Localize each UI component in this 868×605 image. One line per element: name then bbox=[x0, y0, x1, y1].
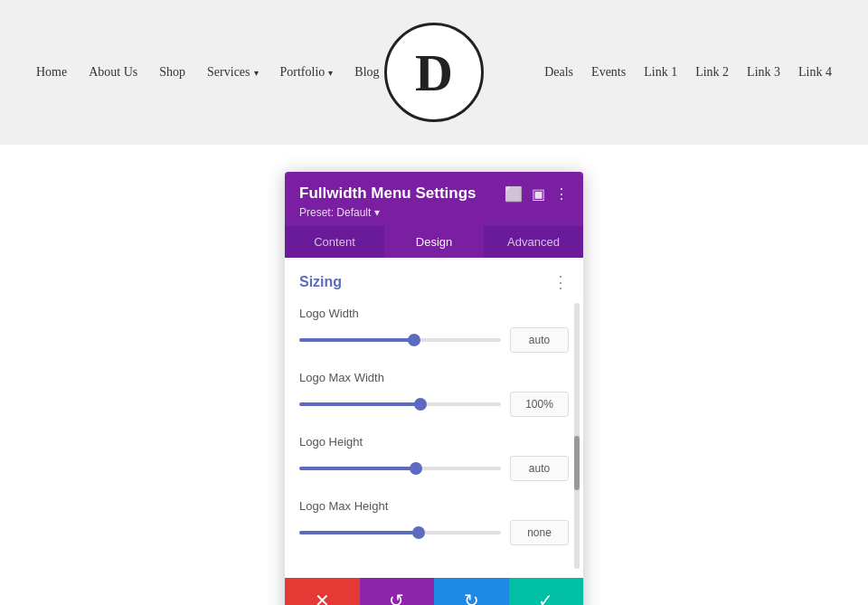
logo-max-height-field: Logo Max Height bbox=[299, 499, 569, 545]
logo-max-width-input[interactable] bbox=[510, 392, 569, 417]
logo-height-field: Logo Height bbox=[299, 435, 569, 481]
nav-item-events[interactable]: Events bbox=[591, 65, 626, 80]
panel-expand-icon[interactable]: ⬜ bbox=[505, 185, 523, 203]
logo-max-width-fill bbox=[299, 402, 420, 406]
scroll-thumb[interactable] bbox=[574, 436, 580, 490]
tab-advanced[interactable]: Advanced bbox=[484, 226, 583, 258]
nav-item-services[interactable]: Services ▾ bbox=[207, 65, 258, 80]
undo-icon: ↺ bbox=[389, 590, 404, 605]
logo-max-width-label: Logo Max Width bbox=[299, 371, 569, 384]
section-title: Sizing bbox=[299, 274, 342, 290]
logo-height-row bbox=[299, 456, 569, 481]
settings-panel: Fullwidth Menu Settings ⬜ ▣ ⋮ Preset: De… bbox=[285, 172, 583, 605]
logo-width-field: Logo Width bbox=[299, 307, 569, 353]
logo-max-height-slider[interactable] bbox=[299, 531, 501, 534]
logo-width-row bbox=[299, 327, 569, 353]
logo-width-input[interactable] bbox=[510, 327, 569, 353]
panel-title: Fullwidth Menu Settings bbox=[299, 184, 476, 203]
panel-columns-icon[interactable]: ▣ bbox=[532, 185, 545, 203]
panel-body: Sizing ⋮ Logo Width Logo Max Width bbox=[285, 258, 583, 578]
redo-button[interactable]: ↻ bbox=[434, 578, 509, 605]
logo-max-height-label: Logo Max Height bbox=[299, 499, 569, 513]
logo-max-height-thumb[interactable] bbox=[412, 526, 425, 539]
nav-right: Deals Events Link 1 Link 2 Link 3 Link 4 bbox=[434, 65, 832, 80]
tab-design[interactable]: Design bbox=[384, 226, 484, 258]
logo-height-input[interactable] bbox=[510, 456, 569, 481]
logo-width-thumb[interactable] bbox=[408, 334, 420, 346]
scroll-track bbox=[574, 303, 580, 569]
services-arrow-icon: ▾ bbox=[254, 68, 259, 78]
logo-max-height-input[interactable] bbox=[510, 520, 569, 545]
logo-max-width-slider[interactable] bbox=[299, 402, 501, 406]
nav-item-link2[interactable]: Link 2 bbox=[695, 65, 729, 80]
nav-item-portfolio[interactable]: Portfolio ▾ bbox=[280, 65, 334, 80]
nav-item-link4[interactable]: Link 4 bbox=[798, 65, 832, 80]
logo-height-thumb[interactable] bbox=[410, 462, 422, 475]
portfolio-arrow-icon: ▾ bbox=[328, 68, 333, 78]
logo-max-width-thumb[interactable] bbox=[414, 398, 427, 411]
section-menu-icon[interactable]: ⋮ bbox=[552, 272, 569, 292]
panel-tabs: Content Design Advanced bbox=[285, 226, 583, 258]
section-title-row: Sizing ⋮ bbox=[299, 272, 569, 292]
save-button[interactable]: ✓ bbox=[509, 578, 584, 605]
redo-icon: ↻ bbox=[464, 590, 479, 605]
nav-item-deals[interactable]: Deals bbox=[544, 65, 573, 80]
nav-item-blog[interactable]: Blog bbox=[354, 65, 379, 80]
undo-button[interactable]: ↺ bbox=[360, 578, 435, 605]
logo-max-width-row bbox=[299, 392, 569, 417]
panel-header: Fullwidth Menu Settings ⬜ ▣ ⋮ Preset: De… bbox=[285, 172, 583, 226]
cancel-button[interactable]: ✕ bbox=[285, 578, 360, 605]
logo: D bbox=[384, 23, 484, 122]
nav-item-link1[interactable]: Link 1 bbox=[644, 65, 677, 80]
nav-item-about[interactable]: About Us bbox=[89, 65, 137, 80]
save-icon: ✓ bbox=[538, 590, 553, 605]
cancel-icon: ✕ bbox=[315, 590, 330, 605]
logo-width-label: Logo Width bbox=[299, 307, 569, 320]
nav-item-home[interactable]: Home bbox=[36, 65, 67, 80]
nav-left: Home About Us Shop Services ▾ Portfolio … bbox=[36, 65, 434, 80]
logo-height-slider[interactable] bbox=[299, 467, 501, 470]
panel-preset[interactable]: Preset: Default ▾ bbox=[299, 206, 569, 219]
header: Home About Us Shop Services ▾ Portfolio … bbox=[0, 0, 868, 145]
logo-width-fill bbox=[299, 338, 414, 342]
logo-height-label: Logo Height bbox=[299, 435, 569, 449]
nav-item-shop[interactable]: Shop bbox=[159, 65, 185, 80]
panel-title-row: Fullwidth Menu Settings ⬜ ▣ ⋮ bbox=[299, 184, 569, 203]
panel-more-icon[interactable]: ⋮ bbox=[554, 185, 569, 203]
logo-max-height-fill bbox=[299, 531, 419, 534]
panel-icon-group: ⬜ ▣ ⋮ bbox=[505, 185, 569, 203]
action-bar: ✕ ↺ ↻ ✓ bbox=[285, 578, 583, 605]
logo-height-fill bbox=[299, 467, 416, 470]
logo-letter: D bbox=[415, 43, 453, 103]
main-content: Fullwidth Menu Settings ⬜ ▣ ⋮ Preset: De… bbox=[0, 145, 868, 605]
logo-max-width-field: Logo Max Width bbox=[299, 371, 569, 417]
nav-item-link3[interactable]: Link 3 bbox=[747, 65, 780, 80]
logo-width-slider[interactable] bbox=[299, 338, 501, 342]
logo-max-height-row bbox=[299, 520, 569, 545]
tab-content[interactable]: Content bbox=[285, 226, 384, 258]
